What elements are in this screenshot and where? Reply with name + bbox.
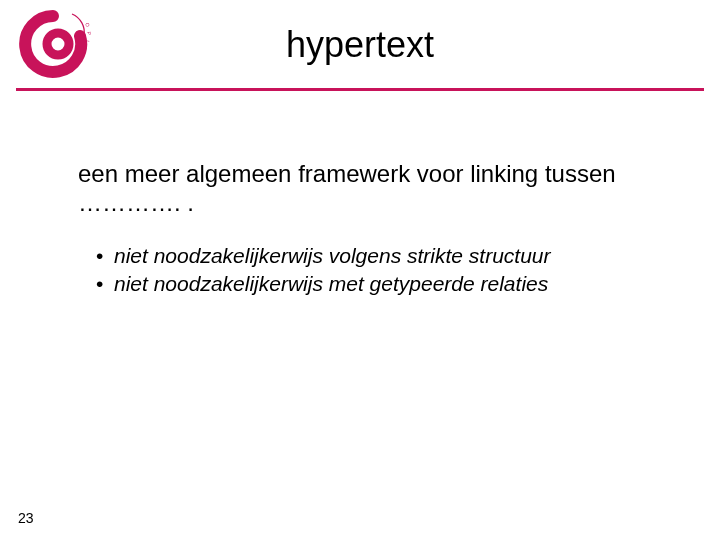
page-number: 23	[18, 510, 34, 526]
slide-title: hypertext	[0, 24, 720, 66]
slide-body: een meer algemeen framewerk voor linking…	[78, 160, 660, 298]
bullet-list: niet noodzakelijkerwijs volgens strikte …	[78, 242, 660, 299]
title-rule	[16, 88, 704, 91]
slide: O P L hypertext een meer algemeen framew…	[0, 0, 720, 540]
list-item: niet noodzakelijkerwijs met getypeerde r…	[96, 270, 660, 298]
intro-text: een meer algemeen framewerk voor linking…	[78, 160, 660, 218]
list-item: niet noodzakelijkerwijs volgens strikte …	[96, 242, 660, 270]
